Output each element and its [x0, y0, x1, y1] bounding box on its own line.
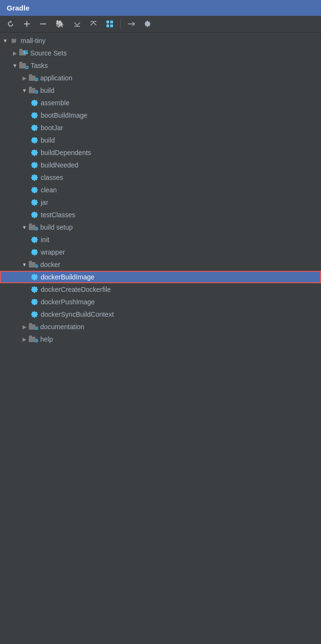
tree-item-dockerPushImage[interactable]: dockerPushImage [0, 296, 321, 308]
gear-icon-buildNeeded [31, 161, 38, 169]
arrow-source-sets: ▶ [11, 50, 18, 56]
tree-item-dockerCreateDockerfile[interactable]: dockerCreateDockerfile [0, 283, 321, 296]
tree-item-documentation[interactable]: ▶ documentation [0, 321, 321, 333]
svg-point-10 [14, 39, 16, 41]
dockerPushImage-label: dockerPushImage [41, 298, 95, 306]
folder-gear-icon-documentation [29, 323, 38, 331]
help-label: help [40, 335, 53, 343]
folder-gear-icon-help [29, 335, 38, 343]
tree-item-build-setup[interactable]: ▼ build setup [0, 221, 321, 233]
tree-item-testClasses[interactable]: testClasses [0, 209, 321, 221]
dockerCreateDockerfile-label: dockerCreateDockerfile [41, 286, 111, 293]
tree-item-application[interactable]: ▶ application [0, 72, 321, 84]
arrow-docker: ▼ [21, 262, 28, 267]
tree-item-bootBuildImage[interactable]: bootBuildImage [0, 109, 321, 122]
gear-icon-bootJar [31, 124, 38, 132]
gear-icon-dockerCreateDockerfile [31, 286, 38, 293]
svg-rect-14 [26, 52, 28, 54]
tree-item-dockerSyncBuildContext[interactable]: dockerSyncBuildContext [0, 308, 321, 321]
svg-rect-27 [29, 262, 35, 267]
svg-point-29 [36, 266, 37, 266]
gear-icon-build-task [31, 136, 38, 144]
arrow-build-setup: ▼ [21, 224, 28, 230]
tree-item-bootJar[interactable]: bootJar [0, 122, 321, 134]
expand-all-button[interactable] [70, 18, 84, 30]
tree-item-mall-tiny[interactable]: ▼ mall-tiny [0, 34, 321, 47]
tree-item-clean[interactable]: clean [0, 184, 321, 196]
tree-item-tasks[interactable]: ▼ Tasks [0, 59, 321, 72]
folder-gear-icon-tasks [19, 62, 29, 69]
link-button[interactable] [125, 18, 138, 30]
clean-label: clean [41, 186, 57, 194]
gear-icon-dockerSyncBuildContext [31, 311, 38, 318]
tree-item-wrapper[interactable]: wrapper [0, 246, 321, 258]
gear-icon-testClasses [31, 211, 38, 219]
gear-icon-wrapper [31, 248, 38, 256]
build-setup-label: build setup [40, 223, 73, 231]
svg-rect-4 [110, 21, 113, 23]
svg-rect-6 [110, 24, 113, 27]
tree-item-docker[interactable]: ▼ docker [0, 258, 321, 271]
bootJar-label: bootJar [41, 124, 63, 132]
dockerSyncBuildContext-label: dockerSyncBuildContext [41, 311, 114, 318]
init-label: init [41, 236, 49, 244]
gear-icon-bootBuildImage [31, 111, 38, 119]
assemble-label: assemble [41, 99, 69, 107]
svg-rect-12 [23, 52, 25, 54]
svg-rect-3 [106, 21, 109, 23]
refresh-button[interactable] [4, 18, 17, 30]
minus-button[interactable] [36, 18, 50, 30]
arrow-documentation: ▶ [21, 324, 28, 330]
svg-point-32 [36, 328, 37, 329]
tree-item-help[interactable]: ▶ help [0, 333, 321, 345]
add-button[interactable] [20, 18, 34, 30]
svg-rect-16 [19, 63, 26, 68]
svg-rect-33 [29, 337, 35, 342]
tree-item-jar[interactable]: jar [0, 196, 321, 209]
tree-item-assemble[interactable]: assemble [0, 97, 321, 109]
gear-icon-dockerPushImage [31, 298, 38, 306]
source-sets-label: Source Sets [30, 49, 67, 57]
tree-item-source-sets[interactable]: ▶ Source Sets [0, 47, 321, 59]
mall-tiny-label: mall-tiny [21, 37, 46, 44]
settings-button[interactable] [141, 18, 154, 30]
gear-icon-init [31, 236, 38, 244]
collapse-all-button[interactable] [87, 18, 100, 30]
tree-item-buildDependents[interactable]: buildDependents [0, 146, 321, 159]
svg-rect-24 [29, 225, 35, 230]
dockerBuildImage-label: dockerBuildImage [41, 273, 94, 281]
buildDependents-label: buildDependents [41, 149, 91, 156]
tree-item-init[interactable]: init [0, 233, 321, 246]
tree-item-classes[interactable]: classes [0, 171, 321, 184]
tree-item-build-task[interactable]: build [0, 134, 321, 146]
testClasses-label: testClasses [41, 211, 75, 219]
svg-rect-13 [23, 50, 25, 52]
docker-label: docker [40, 261, 60, 268]
tree-item-buildNeeded[interactable]: buildNeeded [0, 159, 321, 171]
elephant-button[interactable]: 🐘 [53, 18, 68, 30]
build-task-label: build [41, 136, 55, 144]
application-label: application [40, 74, 72, 82]
svg-point-35 [36, 340, 37, 341]
tree-item-build-group[interactable]: ▼ build [0, 84, 321, 97]
folder-grid-icon [19, 49, 28, 58]
folder-gear-icon-application [29, 74, 38, 82]
tree-item-dockerBuildImage[interactable]: dockerBuildImage [0, 271, 321, 283]
gear-icon-classes [31, 174, 38, 181]
classes-label: classes [41, 174, 63, 181]
toolbar-separator [120, 19, 121, 29]
gear-icon-dockerBuildImage [31, 273, 38, 281]
toolbar: 🐘 [0, 16, 321, 33]
tasks-label: Tasks [31, 62, 48, 69]
folder-gear-icon-build-setup [29, 223, 38, 231]
gear-icon-buildDependents [31, 149, 38, 156]
svg-rect-15 [26, 50, 28, 52]
svg-rect-0 [40, 23, 46, 24]
svg-rect-18 [29, 76, 35, 81]
group-modules-button[interactable] [103, 18, 116, 30]
arrow-mall-tiny: ▼ [2, 38, 9, 44]
title-bar: Gradle [0, 0, 321, 16]
svg-point-23 [36, 91, 37, 92]
buildNeeded-label: buildNeeded [41, 161, 79, 169]
svg-point-9 [11, 39, 13, 41]
